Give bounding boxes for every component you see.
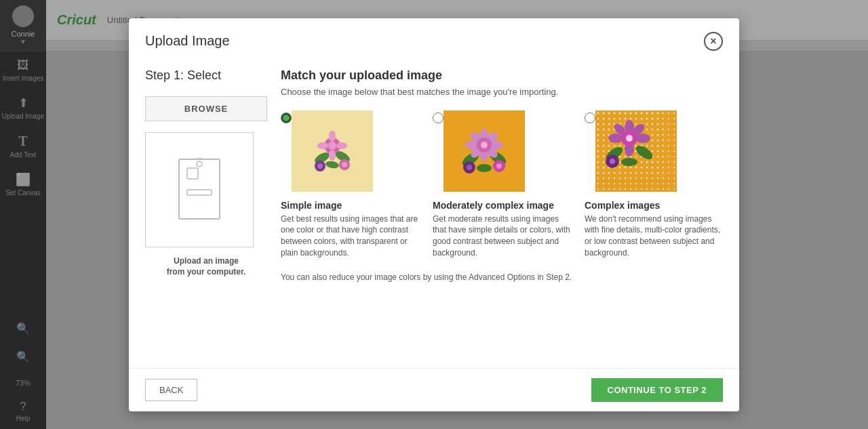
option-simple-image — [292, 110, 373, 192]
svg-point-20 — [477, 164, 492, 172]
modal-body: Step 1: Select BROWSE Upload an image fr… — [129, 62, 739, 368]
option-simple-radio[interactable] — [281, 113, 292, 123]
option-complex-radio[interactable] — [585, 113, 595, 123]
option-complex-image — [595, 110, 677, 192]
advanced-options-text: You can also reduce your image colors by… — [281, 272, 723, 282]
svg-point-49 — [610, 159, 615, 164]
option-simple-title: Simple image — [281, 200, 419, 211]
upload-text-line1: Upload an image — [174, 256, 239, 266]
match-title: Match your uploaded image — [281, 68, 723, 83]
svg-point-42 — [608, 134, 623, 143]
continue-button[interactable]: CONTINUE TO STEP 2 — [591, 378, 724, 402]
option-simple: Simple image Get best results using imag… — [281, 110, 419, 259]
image-options: Simple image Get best results using imag… — [281, 110, 723, 259]
option-moderate-radio-row — [433, 110, 571, 192]
upload-preview-icon — [172, 156, 226, 224]
option-complex-radio-row — [585, 110, 723, 192]
upload-image-modal: Upload Image × Step 1: Select BROWSE Upl… — [129, 18, 739, 411]
svg-point-11 — [329, 150, 336, 161]
option-moderate-title: Moderately complex image — [433, 200, 571, 211]
upload-preview-area — [145, 132, 254, 247]
option-complex: Complex images We don't recommend using … — [585, 110, 723, 259]
svg-point-13 — [336, 142, 347, 149]
svg-point-7 — [325, 160, 339, 169]
option-complex-title: Complex images — [585, 200, 723, 211]
svg-point-17 — [342, 162, 347, 167]
svg-point-30 — [481, 142, 488, 148]
option-simple-radio-row — [281, 110, 419, 192]
modal-header: Upload Image × — [129, 18, 739, 62]
modal-footer: BACK CONTINUE TO STEP 2 — [129, 368, 739, 411]
back-button[interactable]: BACK — [145, 379, 197, 401]
browse-button[interactable]: BROWSE — [145, 96, 267, 121]
step-title: Step 1: Select — [145, 68, 267, 83]
svg-point-47 — [626, 135, 633, 142]
svg-point-32 — [467, 165, 472, 170]
option-moderate: Moderately complex image Get moderate re… — [433, 110, 571, 259]
svg-point-43 — [635, 134, 650, 143]
svg-point-3 — [197, 161, 202, 167]
svg-point-34 — [496, 163, 502, 169]
svg-point-39 — [621, 158, 637, 166]
option-moderate-radio[interactable] — [433, 113, 443, 123]
option-simple-desc: Get best results using images that are o… — [281, 213, 419, 259]
svg-rect-0 — [179, 159, 220, 219]
svg-rect-2 — [187, 190, 212, 195]
svg-rect-1 — [187, 168, 198, 179]
right-panel: Match your uploaded image Choose the ima… — [281, 62, 723, 354]
match-subtitle: Choose the image below that best matches… — [281, 87, 723, 97]
svg-point-15 — [317, 163, 323, 169]
upload-prompt-text: Upload an image from your computer. — [145, 256, 267, 279]
upload-text-line2: from your computer. — [167, 267, 246, 277]
option-complex-desc: We don't recommend using images with fin… — [585, 213, 723, 259]
modal-title: Upload Image — [145, 33, 230, 49]
svg-point-12 — [317, 142, 328, 149]
svg-point-10 — [329, 131, 336, 142]
close-button[interactable]: × — [704, 32, 723, 51]
svg-point-9 — [328, 142, 336, 150]
option-moderate-image — [443, 110, 525, 192]
left-panel: Step 1: Select BROWSE Upload an image fr… — [145, 62, 281, 354]
option-moderate-desc: Get moderate results using images that h… — [433, 213, 571, 259]
